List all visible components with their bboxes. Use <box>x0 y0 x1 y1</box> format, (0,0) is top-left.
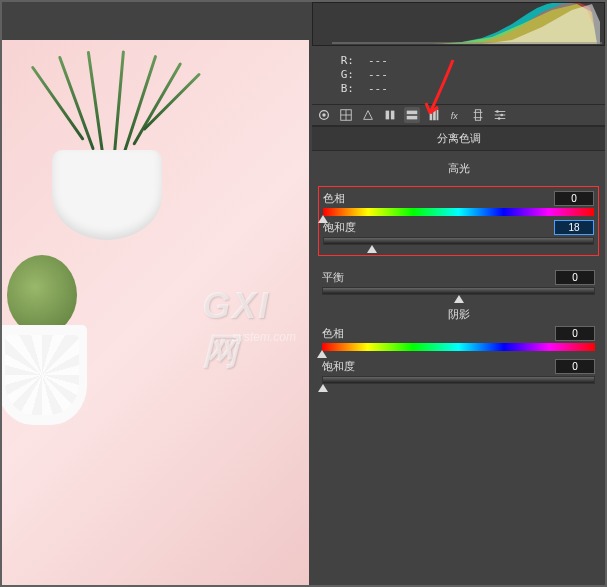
svg-rect-12 <box>437 110 439 121</box>
shadows-hue-slider[interactable]: 色相 0 <box>322 326 595 351</box>
rgb-value-r: --- <box>368 54 388 67</box>
basic-tab-icon[interactable] <box>316 107 332 123</box>
highlights-saturation-label: 饱和度 <box>323 220 356 235</box>
lens-tab-icon[interactable] <box>426 107 442 123</box>
histogram[interactable] <box>312 2 605 46</box>
effects-tab-icon[interactable]: fx <box>448 107 464 123</box>
svg-rect-11 <box>433 110 436 121</box>
rgb-label-g: G: <box>332 68 354 82</box>
svg-rect-10 <box>430 110 433 121</box>
svg-text:fx: fx <box>451 111 458 121</box>
hsl-tab-icon[interactable] <box>382 107 398 123</box>
svg-point-20 <box>496 110 499 113</box>
slider-thumb[interactable] <box>318 384 328 392</box>
balance-slider[interactable]: 平衡 0 <box>322 270 595 295</box>
slider-thumb[interactable] <box>367 245 377 253</box>
balance-label: 平衡 <box>322 270 344 285</box>
slider-thumb[interactable] <box>317 350 327 358</box>
rgb-value-b: --- <box>368 82 388 95</box>
presets-tab-icon[interactable] <box>492 107 508 123</box>
highlights-section-label: 高光 <box>322 157 595 180</box>
adjust-tab-strip: fx <box>312 104 605 126</box>
adjustments-panel: R:--- G:--- B:--- fx 分离色调 高光 色相 0 <box>312 2 605 585</box>
svg-rect-6 <box>386 111 390 120</box>
detail-tab-icon[interactable] <box>360 107 376 123</box>
image-preview[interactable]: GXI 网 system.com <box>2 40 309 585</box>
balance-value[interactable]: 0 <box>555 270 595 285</box>
calibration-tab-icon[interactable] <box>470 107 486 123</box>
rgb-readout: R:--- G:--- B:--- <box>312 46 605 104</box>
highlights-saturation-slider[interactable]: 饱和度 18 <box>323 220 594 245</box>
svg-point-21 <box>500 114 503 117</box>
svg-rect-9 <box>407 116 418 120</box>
rgb-label-b: B: <box>332 82 354 96</box>
rgb-label-r: R: <box>332 54 354 68</box>
curve-tab-icon[interactable] <box>338 107 354 123</box>
highlights-hue-label: 色相 <box>323 191 345 206</box>
highlights-saturation-value[interactable]: 18 <box>554 220 594 235</box>
svg-point-2 <box>322 113 326 117</box>
shadows-hue-value[interactable]: 0 <box>555 326 595 341</box>
shadows-saturation-slider[interactable]: 饱和度 0 <box>322 359 595 384</box>
highlights-hue-value[interactable]: 0 <box>554 191 594 206</box>
histogram-graph <box>332 2 602 44</box>
svg-rect-7 <box>391 111 395 120</box>
image-preview-panel: GXI 网 system.com <box>2 2 312 585</box>
shadows-hue-label: 色相 <box>322 326 344 341</box>
svg-rect-8 <box>407 111 418 115</box>
slider-thumb[interactable] <box>454 295 464 303</box>
svg-point-22 <box>498 117 501 120</box>
watermark-subtext: system.com <box>232 330 296 344</box>
shadows-saturation-label: 饱和度 <box>322 359 355 374</box>
highlights-hue-slider[interactable]: 色相 0 <box>323 191 594 216</box>
split-tone-tab-icon[interactable] <box>404 107 420 123</box>
shadows-section-label: 阴影 <box>322 303 595 326</box>
panel-title: 分离色调 <box>312 126 605 151</box>
rgb-value-g: --- <box>368 68 388 81</box>
svg-rect-14 <box>475 110 480 121</box>
highlight-annotation-box: 色相 0 饱和度 18 <box>318 186 599 256</box>
shadows-saturation-value[interactable]: 0 <box>555 359 595 374</box>
